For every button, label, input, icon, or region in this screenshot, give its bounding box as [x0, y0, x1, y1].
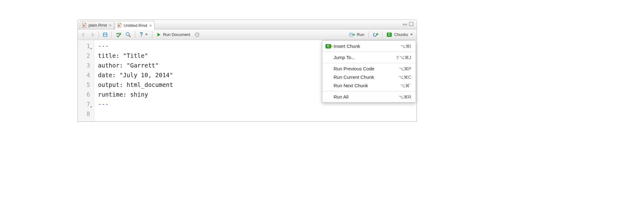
code-line[interactable]: --- — [98, 99, 173, 109]
tab-untitled-rmd[interactable]: Rmd Untitled.Rmd × — [115, 21, 155, 29]
run-document-label: Run Document — [163, 32, 190, 37]
code-line[interactable]: title: "Title" — [98, 51, 173, 61]
menu-item[interactable]: Run All⌥⌘R — [322, 93, 416, 101]
svg-rect-9 — [104, 35, 106, 36]
menu-item-shortcut: ⌥⌘I — [401, 44, 411, 49]
svg-point-12 — [126, 33, 129, 36]
code-line[interactable]: author: "Garrett" — [98, 61, 173, 70]
svg-text:ABC: ABC — [116, 32, 122, 35]
line-number: 5 — [78, 80, 91, 90]
line-number: 3 — [78, 61, 91, 70]
menu-item-label: Run Current Chunk — [332, 74, 399, 80]
minimize-pane-icon[interactable] — [403, 22, 408, 26]
chunk-icon: C — [387, 33, 392, 37]
svg-point-15 — [197, 34, 198, 35]
spellcheck-button[interactable]: ABC — [114, 31, 123, 38]
forward-button[interactable] — [89, 31, 96, 38]
tab-bar: Rmd plain.Rmd × Rmd Untitled.Rmd × — [78, 20, 417, 29]
menu-item-shortcut: ⇧⌥⌘J — [396, 55, 411, 60]
editor-panel: Rmd plain.Rmd × Rmd Untitled.Rmd × — [78, 20, 417, 122]
save-button[interactable] — [101, 31, 109, 38]
separator — [111, 31, 112, 38]
menu-item[interactable]: CInsert Chunk⌥⌘I — [322, 42, 416, 50]
menu-item-shortcut: ⌥⌘P — [399, 66, 411, 71]
chevron-down-icon — [410, 34, 413, 35]
settings-button[interactable] — [193, 31, 201, 38]
run-label: Run — [357, 32, 364, 37]
line-number: 2 — [78, 51, 91, 61]
svg-line-13 — [129, 35, 130, 37]
menu-item-shortcut: ⌥⌘` — [400, 83, 411, 88]
chunks-label: Chunks — [394, 32, 408, 37]
find-button[interactable] — [124, 31, 132, 38]
menu-item-label: Insert Chunk — [332, 43, 401, 49]
line-number: 1▼ — [78, 41, 91, 51]
tab-plain-rmd[interactable]: Rmd plain.Rmd × — [80, 21, 114, 29]
chunks-menu: CInsert Chunk⌥⌘IJump To...⇧⌥⌘JRun Previo… — [322, 40, 416, 103]
separator — [99, 31, 99, 38]
svg-line-20 — [195, 33, 196, 33]
menu-item[interactable]: Run Next Chunk⌥⌘` — [322, 81, 416, 90]
code-area[interactable]: ---title: "Title"author: "Garrett"date: … — [94, 40, 173, 121]
code-line[interactable]: runtime: shiny — [98, 90, 173, 99]
tab-label: plain.Rmd — [89, 23, 107, 28]
close-icon[interactable]: × — [149, 23, 152, 28]
menu-item-shortcut: ⌥⌘R — [399, 94, 411, 99]
help-button[interactable]: ? — [138, 31, 150, 38]
svg-rect-6 — [403, 24, 407, 25]
menu-item-label: Jump To... — [332, 55, 396, 60]
svg-text:Rmd: Rmd — [82, 25, 85, 27]
menu-separator — [322, 91, 416, 91]
code-line[interactable] — [98, 109, 173, 119]
menu-item[interactable]: Run Current Chunk⌥⌘C — [322, 73, 416, 81]
rmd-file-icon: Rmd — [117, 23, 122, 28]
menu-item-label: Run Previous Code — [332, 66, 399, 71]
svg-line-21 — [198, 36, 199, 37]
menu-item-label: Run All — [332, 94, 399, 99]
menu-item[interactable]: Run Previous Code⌥⌘P — [322, 64, 416, 73]
separator — [382, 31, 382, 38]
separator — [369, 31, 369, 38]
rmd-file-icon: Rmd — [82, 23, 87, 28]
menu-item-label: Run Next Chunk — [332, 83, 400, 88]
rerun-button[interactable] — [371, 31, 380, 38]
menu-item-shortcut: ⌥⌘C — [399, 75, 411, 80]
code-line[interactable]: --- — [98, 41, 173, 51]
back-button[interactable] — [80, 31, 87, 38]
line-number: 7▼ — [78, 99, 91, 109]
svg-rect-7 — [409, 22, 413, 26]
close-icon[interactable]: × — [109, 23, 112, 28]
line-number: 8 — [78, 109, 91, 119]
svg-text:Rmd: Rmd — [117, 25, 120, 27]
svg-line-22 — [198, 33, 199, 33]
window-controls — [403, 22, 414, 26]
line-number: 4 — [78, 70, 91, 80]
menu-separator — [322, 52, 416, 52]
code-line[interactable]: date: "July 10, 2014" — [98, 70, 173, 80]
editor-toolbar: ABC ? Run Document — [78, 29, 417, 40]
chevron-down-icon — [145, 34, 148, 35]
menu-separator — [322, 63, 416, 63]
separator — [135, 31, 135, 38]
run-document-button[interactable]: Run Document — [155, 31, 192, 38]
svg-rect-10 — [104, 33, 106, 34]
separator — [152, 31, 152, 38]
run-button[interactable]: Run — [347, 31, 366, 38]
code-line[interactable]: output: html_document — [98, 80, 173, 90]
maximize-pane-icon[interactable] — [409, 22, 414, 26]
menu-item[interactable]: Jump To...⇧⌥⌘J — [322, 53, 416, 62]
insert-chunk-icon: C — [325, 44, 332, 48]
line-gutter: 1▼234567▼8 — [78, 40, 94, 121]
tab-label: Untitled.Rmd — [124, 23, 147, 28]
svg-line-23 — [195, 36, 196, 37]
chunks-button[interactable]: C Chunks — [385, 31, 415, 38]
line-number: 6 — [78, 90, 91, 99]
